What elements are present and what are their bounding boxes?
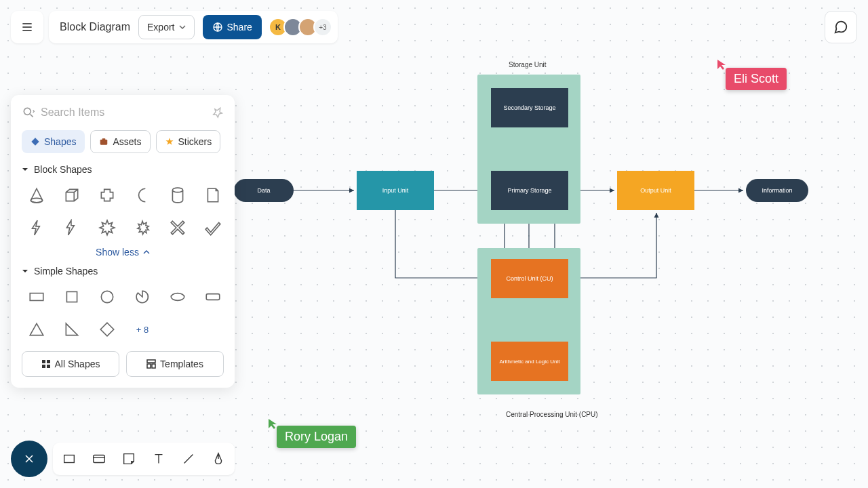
caret-down-icon [22,268,28,274]
tool-card[interactable] [90,449,108,468]
collaborator-avatars[interactable]: K +3 [273,18,332,37]
share-button[interactable]: Share [203,15,262,39]
shape-lightning[interactable] [22,214,52,241]
grid-icon [41,359,51,369]
shape-page[interactable] [198,182,228,209]
svg-rect-36 [94,455,105,463]
chevron-up-icon [143,249,150,256]
diamond-icon [31,137,40,146]
menu-button[interactable] [11,11,43,43]
briefcase-icon [99,137,108,146]
svg-point-23 [101,291,113,302]
svg-rect-31 [147,364,151,368]
shape-check[interactable] [198,214,228,241]
section-block-shapes[interactable]: Block Shapes [22,164,224,175]
globe-icon [212,22,223,33]
svg-rect-21 [30,293,43,301]
tab-shapes[interactable]: Shapes [22,130,85,153]
shapes-panel: Shapes Assets Stickers Block Shapes Show… [11,95,235,388]
svg-point-20 [172,188,182,192]
svg-rect-30 [147,360,155,363]
storage-unit-label: Storage Unit [509,61,547,68]
tab-shapes-label: Shapes [44,136,76,147]
svg-rect-25 [206,294,220,300]
tool-sticky[interactable] [119,449,138,468]
comments-button[interactable] [825,11,857,43]
shape-circle[interactable] [92,283,122,310]
close-icon [22,452,36,466]
shape-explosion[interactable] [127,214,157,241]
section-simple-shapes[interactable]: Simple Shapes [22,266,224,277]
export-button[interactable]: Export [138,15,194,39]
node-secondary-storage[interactable]: Secondary Storage [491,88,568,127]
shape-burst[interactable] [92,214,122,241]
tool-rectangle[interactable] [60,449,79,468]
svg-rect-22 [66,291,77,302]
tab-stickers[interactable]: Stickers [156,130,221,153]
shape-triangle[interactable] [22,316,52,343]
tab-stickers-label: Stickers [178,136,212,147]
comment-icon [833,20,848,35]
svg-point-19 [31,198,42,203]
svg-rect-32 [152,364,155,368]
tool-rail [53,443,235,475]
node-alu[interactable]: Arithmetic and Logic Unit [491,342,568,381]
tool-pen[interactable] [209,449,228,468]
node-information[interactable]: Information [746,179,808,202]
caret-down-icon [22,166,28,173]
all-shapes-label: All Shapes [55,359,100,369]
section-simple-label: Simple Shapes [34,266,98,277]
shape-diamond[interactable] [92,316,122,343]
shape-moon[interactable] [127,182,157,209]
svg-rect-16 [31,138,39,145]
template-icon [146,359,156,369]
show-more-shapes[interactable]: + 8 [127,316,157,343]
tab-assets[interactable]: Assets [90,130,150,153]
avatar-more[interactable]: +3 [313,18,332,37]
close-panel-button[interactable] [11,441,47,477]
all-shapes-button[interactable]: All Shapes [22,351,119,377]
node-primary-storage[interactable]: Primary Storage [491,171,568,210]
shape-pie[interactable] [127,283,157,310]
tool-text[interactable] [149,449,168,468]
shape-cube[interactable] [57,182,87,209]
shape-x[interactable] [163,214,193,241]
node-data[interactable]: Data [234,179,294,202]
svg-rect-17 [100,140,108,145]
node-input[interactable]: Input Unit [357,171,434,210]
share-label: Share [227,22,252,33]
document-title[interactable]: Block Diagram [60,21,130,33]
node-output[interactable]: Output Unit [617,171,694,210]
templates-button[interactable]: Templates [126,351,224,377]
svg-rect-29 [47,365,50,368]
pin-icon[interactable] [212,106,224,119]
bottom-toolbar [11,441,235,477]
svg-line-15 [31,115,33,117]
shape-rounded-rect[interactable] [198,283,228,310]
search-icon [22,106,35,119]
export-label: Export [147,22,174,33]
show-less-label: Show less [96,247,139,258]
shape-cylinder[interactable] [163,182,193,209]
svg-rect-35 [64,455,75,463]
shape-ellipse[interactable] [163,283,193,310]
chevron-down-icon [179,24,186,30]
svg-point-24 [171,293,184,301]
block-shapes-grid [22,182,224,241]
node-control-unit[interactable]: Control Unit (CU) [491,259,568,298]
cursor-tag-rory: Rory Logan [277,426,356,448]
show-less-toggle[interactable]: Show less [22,247,224,258]
shape-bolt[interactable] [57,214,87,241]
shape-cross[interactable] [92,182,122,209]
search-input[interactable] [41,106,206,119]
tool-line[interactable] [179,449,198,468]
shape-cone[interactable] [22,182,52,209]
svg-rect-27 [47,360,50,363]
shape-square[interactable] [57,283,87,310]
svg-rect-18 [102,138,106,140]
tab-assets-label: Assets [113,136,141,147]
shape-right-triangle[interactable] [57,316,87,343]
shape-rectangle[interactable] [22,283,52,310]
hamburger-icon [20,20,34,34]
top-bar: Block Diagram Export Share K +3 [11,11,338,43]
